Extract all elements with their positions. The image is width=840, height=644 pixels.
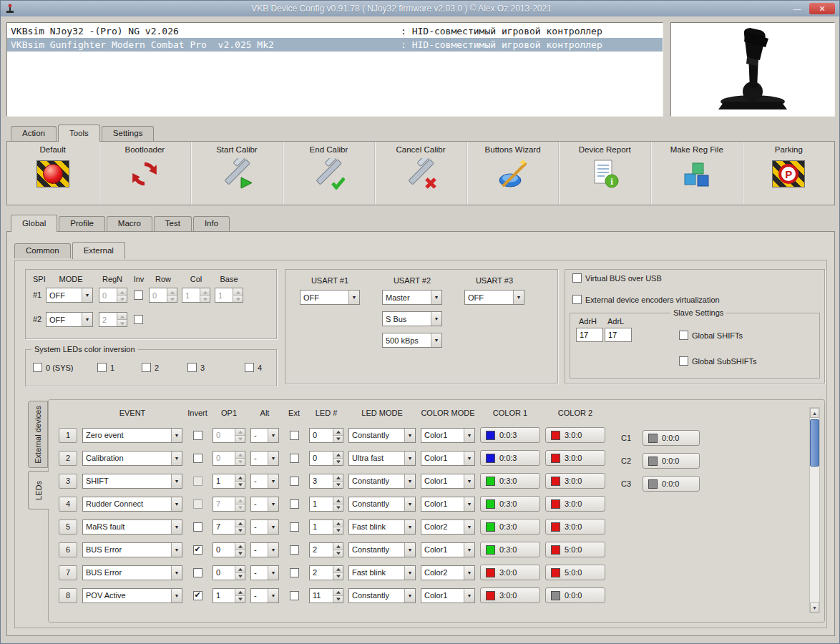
tab-profile[interactable]: Profile bbox=[59, 216, 105, 231]
spi2-mode-dropdown[interactable]: OFF bbox=[46, 312, 93, 327]
led-inv-0-checkbox[interactable]: 0 (SYS) bbox=[33, 363, 74, 372]
spin-down-icon[interactable] bbox=[235, 527, 245, 534]
device-report-button[interactable]: Device Report i bbox=[559, 142, 651, 205]
spin-down-icon[interactable] bbox=[200, 296, 210, 302]
tab-global[interactable]: Global bbox=[11, 215, 57, 232]
spin-down-icon[interactable] bbox=[333, 459, 343, 465]
led-mode-dropdown[interactable]: Fast blink bbox=[348, 519, 416, 535]
invert-checkbox[interactable] bbox=[193, 591, 202, 600]
spi1-inv-checkbox[interactable] bbox=[134, 291, 143, 300]
led-number-spinner[interactable]: 1 bbox=[309, 519, 343, 535]
color2-button[interactable]: 3:0:0 bbox=[545, 496, 605, 512]
led-mode-dropdown[interactable]: Ultra fast bbox=[348, 451, 416, 466]
led-row-number-button[interactable]: 6 bbox=[59, 542, 77, 557]
color-mode-dropdown[interactable]: Color1 bbox=[421, 588, 475, 603]
spin-down-icon[interactable] bbox=[233, 296, 243, 302]
spinner-arrows[interactable] bbox=[235, 497, 245, 511]
led-mode-dropdown[interactable]: Constantly bbox=[348, 474, 416, 489]
spin-down-icon[interactable] bbox=[235, 596, 245, 602]
event-dropdown[interactable]: Calibration bbox=[82, 451, 182, 466]
op1-spinner[interactable]: 1 bbox=[213, 588, 245, 603]
spin-down-icon[interactable] bbox=[333, 527, 343, 534]
c1-color-button[interactable]: 0:0:0 bbox=[643, 430, 700, 446]
spinner-arrows[interactable] bbox=[167, 288, 177, 302]
led-inv-3-checkbox[interactable]: 3 bbox=[187, 363, 205, 372]
spin-up-icon[interactable] bbox=[235, 474, 245, 482]
led-row-number-button[interactable]: 1 bbox=[59, 428, 77, 443]
color-mode-dropdown[interactable]: Color1 bbox=[421, 428, 475, 443]
event-dropdown[interactable]: BUS Error bbox=[82, 565, 182, 580]
external-encoders-checkbox[interactable]: External device encoders virtualization bbox=[572, 295, 720, 304]
ext-checkbox[interactable] bbox=[290, 545, 299, 555]
spinner-arrows[interactable] bbox=[235, 589, 245, 602]
spin-up-icon[interactable] bbox=[235, 452, 245, 459]
color1-button[interactable]: 0:3:0 bbox=[480, 496, 540, 512]
alt-dropdown[interactable]: - bbox=[250, 428, 279, 443]
spin-up-icon[interactable] bbox=[235, 589, 245, 596]
ext-checkbox[interactable] bbox=[290, 568, 299, 577]
buttons-wizard-button[interactable]: Buttons Wizard bbox=[467, 142, 560, 205]
event-dropdown[interactable]: MaRS fault bbox=[82, 519, 182, 535]
spin-up-icon[interactable] bbox=[333, 429, 343, 436]
color1-button[interactable]: 0:3:0 bbox=[480, 519, 540, 535]
spin-down-icon[interactable] bbox=[167, 296, 177, 302]
event-dropdown[interactable]: Zero event bbox=[82, 428, 182, 443]
color-mode-dropdown[interactable]: Color1 bbox=[421, 542, 475, 557]
led-inv-1-checkbox[interactable]: 1 bbox=[97, 363, 114, 372]
led-inv-2-checkbox[interactable]: 2 bbox=[142, 363, 159, 372]
spin-down-icon[interactable] bbox=[333, 482, 343, 488]
spinner-arrows[interactable] bbox=[333, 497, 343, 511]
spi1-base-spinner[interactable]: 1 bbox=[215, 288, 243, 303]
invert-checkbox[interactable] bbox=[193, 522, 202, 532]
color1-button[interactable]: 0:0:3 bbox=[480, 427, 540, 443]
c3-color-button[interactable]: 0:0:0 bbox=[643, 476, 700, 492]
make-reg-file-button[interactable]: Make Reg File bbox=[651, 142, 743, 205]
color2-button[interactable]: 5:0:0 bbox=[545, 565, 605, 580]
color-mode-dropdown[interactable]: Color1 bbox=[421, 474, 475, 489]
led-row-number-button[interactable]: 2 bbox=[59, 451, 77, 466]
tab-tools[interactable]: Tools bbox=[58, 125, 100, 142]
spin-up-icon[interactable] bbox=[117, 288, 127, 296]
invert-checkbox[interactable] bbox=[193, 499, 202, 509]
side-tab-leds[interactable]: LEDs bbox=[28, 471, 49, 509]
spinner-arrows[interactable] bbox=[333, 452, 343, 465]
spinner-arrows[interactable] bbox=[235, 520, 245, 534]
alt-dropdown[interactable]: - bbox=[250, 588, 279, 603]
spin-down-icon[interactable] bbox=[333, 550, 343, 557]
spi2-inv-checkbox[interactable] bbox=[134, 315, 143, 324]
spinner-arrows[interactable] bbox=[235, 566, 245, 580]
led-inv-4-checkbox[interactable]: 4 bbox=[245, 363, 262, 372]
tab-settings[interactable]: Settings bbox=[102, 126, 155, 141]
adrh-input[interactable] bbox=[576, 328, 603, 342]
spin-up-icon[interactable] bbox=[200, 288, 210, 296]
c2-color-button[interactable]: 0:0:0 bbox=[643, 453, 700, 469]
led-number-spinner[interactable]: 2 bbox=[309, 542, 343, 557]
led-number-spinner[interactable]: 2 bbox=[309, 565, 343, 580]
device-list-item-selected[interactable]: VKBsim Gunfighter Modern Combat Pro v2.0… bbox=[7, 38, 663, 52]
ext-checkbox[interactable] bbox=[290, 431, 299, 440]
color-mode-dropdown[interactable]: Color2 bbox=[421, 565, 475, 580]
spinner-arrows[interactable] bbox=[235, 474, 245, 488]
spin-up-icon[interactable] bbox=[333, 474, 343, 482]
usart2-speed-dropdown[interactable]: 500 kBps bbox=[382, 333, 442, 348]
device-list[interactable]: VKBsim NJoy32 -(Pro) NG v2.026 : HID-сов… bbox=[6, 22, 663, 117]
tab-test[interactable]: Test bbox=[154, 216, 192, 231]
spin-down-icon[interactable] bbox=[333, 504, 343, 511]
scroll-up-icon[interactable] bbox=[810, 408, 819, 418]
device-list-item[interactable]: VKBsim NJoy32 -(Pro) NG v2.026 : HID-сов… bbox=[7, 24, 663, 38]
op1-spinner[interactable]: 0 bbox=[213, 542, 245, 557]
led-number-spinner[interactable]: 1 bbox=[309, 497, 343, 512]
op1-spinner[interactable]: 1 bbox=[213, 474, 245, 489]
spinner-arrows[interactable] bbox=[117, 288, 127, 302]
alt-dropdown[interactable]: - bbox=[250, 451, 279, 466]
color-mode-dropdown[interactable]: Color1 bbox=[421, 451, 475, 466]
spi1-mode-dropdown[interactable]: OFF bbox=[46, 288, 93, 303]
spin-down-icon[interactable] bbox=[333, 596, 343, 602]
spin-down-icon[interactable] bbox=[333, 436, 343, 442]
led-row-number-button[interactable]: 5 bbox=[59, 519, 77, 535]
minimize-button[interactable] bbox=[788, 3, 806, 14]
end-calibr-button[interactable]: End Calibr bbox=[283, 142, 376, 205]
spin-up-icon[interactable] bbox=[235, 497, 245, 504]
adrl-input[interactable] bbox=[605, 328, 632, 342]
spinner-arrows[interactable] bbox=[117, 313, 127, 326]
